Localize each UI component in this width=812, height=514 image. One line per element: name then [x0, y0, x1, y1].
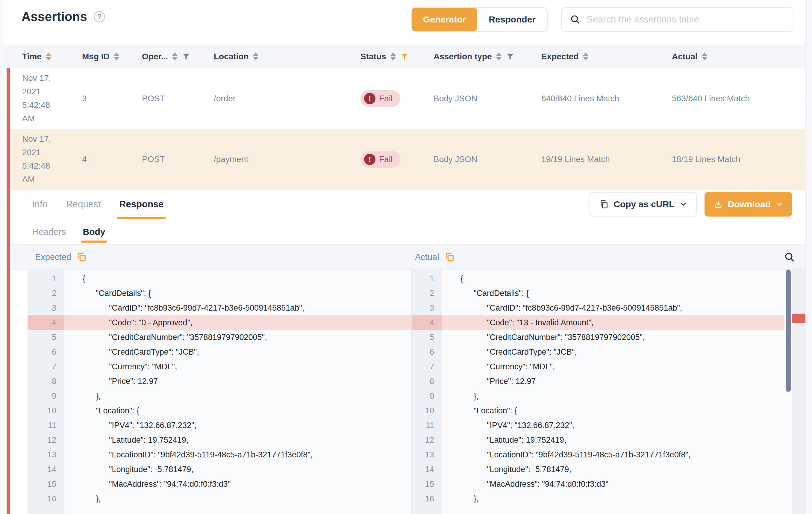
line-number: 15: [28, 480, 64, 489]
line-number: 9: [28, 392, 64, 401]
sort-icon[interactable]: [46, 52, 51, 60]
cell-operation: POST: [142, 154, 214, 164]
filter-icon-active[interactable]: [400, 52, 409, 61]
line-number: 3: [28, 304, 64, 313]
tab-request[interactable]: Request: [66, 190, 100, 219]
code-line: 8"Price": 12.97: [412, 374, 784, 389]
subtab-body[interactable]: Body: [83, 219, 105, 245]
line-number: 8: [412, 377, 442, 386]
response-subtabs: Headers Body: [10, 219, 805, 245]
code-line: 4"Code": "0 - Approved",: [28, 315, 411, 330]
column-header-status[interactable]: Status: [360, 52, 434, 61]
code-line: 9},: [412, 389, 784, 403]
cell-status: ! Fail: [360, 151, 434, 168]
copy-expected-icon[interactable]: [77, 252, 87, 262]
sort-icon[interactable]: [583, 52, 588, 60]
column-header-actual[interactable]: Actual: [672, 52, 804, 61]
sort-icon[interactable]: [702, 52, 707, 60]
tab-info[interactable]: Info: [32, 190, 48, 219]
code-line: 3"CardID": "fc8b93c6-99d7-4217-b3e6-5009…: [28, 301, 411, 315]
filter-icon[interactable]: [506, 52, 515, 61]
code-line: 4"Code": "13 - Invalid Amount",: [412, 315, 784, 330]
code-text: "Code": "0 - Approved",: [64, 318, 193, 327]
code-line: 3"CardID": "fc8b93c6-99d7-4217-b3e6-5009…: [412, 301, 784, 315]
line-number: 16: [412, 494, 442, 504]
code-line: 13"LocationID": "9bf42d39-5119-48c5-a71b…: [28, 448, 411, 462]
diff-marker[interactable]: [792, 314, 805, 323]
column-header-assertion-type[interactable]: Assertion type: [434, 52, 541, 61]
code-line: 13"LocationID": "9bf42d39-5119-48c5-a71b…: [412, 448, 784, 462]
column-header-operation[interactable]: Oper...: [142, 52, 214, 61]
filter-icon[interactable]: [182, 52, 191, 61]
cell-location: /payment: [214, 154, 360, 164]
line-number: 5: [412, 333, 442, 342]
line-number: 9: [412, 392, 442, 401]
line-number: 8: [28, 377, 64, 386]
code-line: 11"IPV4": "132.66.87.232",: [412, 418, 784, 433]
code-text: "Latitude": 19.752419,: [64, 435, 188, 445]
code-text: },: [442, 392, 479, 401]
subtab-headers[interactable]: Headers: [32, 219, 66, 245]
line-number: 2: [28, 289, 64, 298]
code-text: "Longitude": -5.781479,: [64, 465, 194, 474]
code-line: 10"Location": {: [28, 403, 411, 418]
code-text: {: [64, 274, 85, 283]
assertions-search[interactable]: [561, 7, 793, 32]
copy-actual-icon[interactable]: [445, 252, 455, 262]
sort-icon[interactable]: [253, 52, 258, 60]
sort-icon[interactable]: [114, 52, 119, 60]
code-text: "MacAddress": "94:74:d0:f0:f3:d3": [442, 480, 608, 489]
code-text: "LocationID": "9bf42d39-5119-48c5-a71b-3…: [64, 450, 313, 459]
cell-expected: 640/640 Lines Match: [541, 94, 672, 103]
copy-as-curl-button[interactable]: Copy as cURL: [589, 192, 696, 217]
error-icon: !: [364, 93, 375, 104]
column-header-location[interactable]: Location: [214, 52, 360, 61]
scrollbar-thumb[interactable]: [786, 269, 791, 392]
search-icon: [784, 251, 795, 263]
table-row[interactable]: Nov 17, 2021 5:42:48 AM 3 POST /order ! …: [7, 68, 805, 129]
search-input[interactable]: [586, 14, 785, 25]
cell-time: Nov 17, 2021 5:42:48 AM: [22, 133, 62, 186]
column-header-time[interactable]: Time: [22, 52, 82, 61]
column-header-expected[interactable]: Expected: [541, 52, 672, 61]
body-diff-view: 1{2"CardDetails": {3"CardID": "fc8b93c6-…: [10, 269, 805, 514]
sort-icon[interactable]: [496, 52, 501, 60]
help-icon[interactable]: ?: [94, 11, 105, 23]
download-icon: [714, 199, 723, 209]
cell-actual: 18/19 Lines Match: [672, 154, 804, 164]
code-line: 2"CardDetails": {: [28, 286, 411, 301]
line-number: 4: [28, 318, 64, 327]
code-line: 5"CreditCardNumber": "3578819797902005",: [412, 330, 784, 345]
detail-actions: Copy as cURL Download: [589, 192, 792, 217]
code-text: "CardDetails": {: [442, 289, 529, 298]
code-text: },: [64, 392, 101, 401]
code-text: "CardDetails": {: [64, 289, 151, 298]
tab-response[interactable]: Response: [119, 190, 164, 219]
line-number: 16: [28, 494, 64, 504]
table-row-selected[interactable]: Nov 17, 2021 5:42:48 AM 4 POST /payment …: [7, 129, 805, 190]
cell-assertion-type: Body JSON: [434, 154, 541, 164]
toggle-generator[interactable]: Generator: [412, 8, 477, 31]
expected-json-panel: 1{2"CardDetails": {3"CardID": "fc8b93c6-…: [28, 269, 411, 514]
code-text: "CardID": "fc8b93c6-99d7-4217-b3e6-50091…: [442, 304, 682, 313]
code-text: "CreditCardNumber": "3578819797902005",: [64, 333, 267, 342]
code-search-button[interactable]: [784, 251, 795, 263]
code-line: 14"Longitude": -5.781479,: [412, 462, 784, 477]
expected-label: Expected: [35, 252, 71, 262]
chevron-down-icon: [776, 200, 783, 208]
line-number: 1: [28, 274, 64, 283]
sort-icon[interactable]: [172, 52, 178, 60]
expected-column-header: Expected: [10, 252, 412, 262]
cell-location: /order: [214, 94, 360, 103]
vertical-scrollbar[interactable]: [784, 269, 792, 514]
topbar-right: Generator Responder: [411, 7, 793, 32]
toggle-responder[interactable]: Responder: [477, 8, 547, 31]
code-text: "Location": {: [64, 406, 139, 416]
search-icon: [570, 14, 581, 25]
code-line: 12"Latitude": 19.752419,: [412, 433, 784, 448]
download-button[interactable]: Download: [704, 192, 792, 217]
line-number: 3: [412, 304, 442, 313]
sort-icon[interactable]: [390, 52, 396, 60]
column-header-msg-id[interactable]: Msg ID: [82, 52, 142, 61]
code-text: "MacAddress": "94:74:d0:f0:f3:d3": [64, 480, 231, 489]
